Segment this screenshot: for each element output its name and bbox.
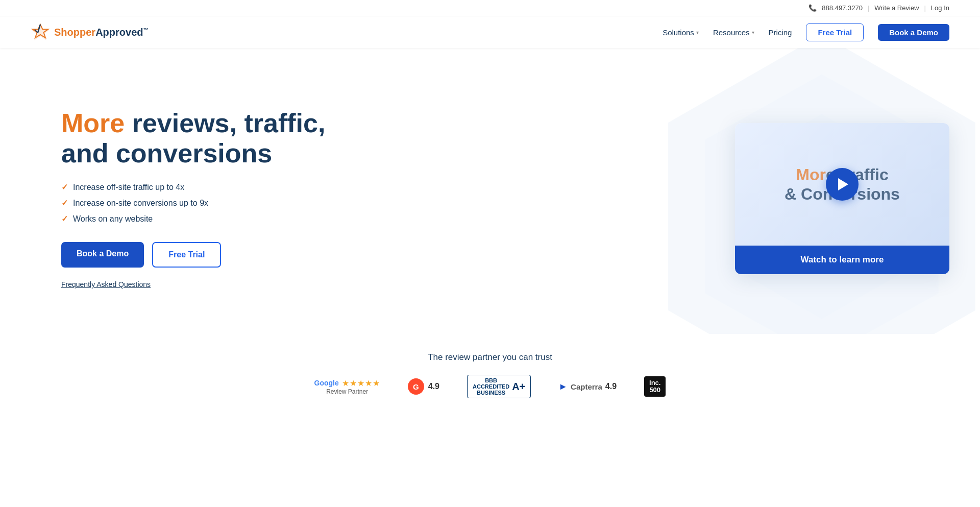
logo[interactable]: ShopperApproved™ [31,22,148,42]
nav-pricing[interactable]: Pricing [769,28,792,37]
watch-more-button[interactable]: Watch to learn more [735,246,949,274]
video-card: More...raffic& Conversions Watch to lear… [735,123,949,274]
hero-left: More reviews, traffic, and conversions ✓… [61,108,327,289]
play-triangle-icon [838,178,848,190]
checklist-item-3: ✓ Works on any website [61,214,327,224]
google-stars: ★★★★★ [342,378,380,388]
hero-checklist: ✓ Increase off-site traffic up to 4x ✓ I… [61,182,327,224]
phone-link[interactable]: 888.497.3270 [822,4,863,12]
g2-logo: G [408,378,424,395]
trust-bar-title: The review partner you can trust [31,352,949,363]
nav-book-demo[interactable]: Book a Demo [878,24,949,41]
resources-chevron: ▾ [752,30,754,35]
write-review-link[interactable]: Write a Review [874,4,919,12]
capterra-label: Capterra [571,382,602,391]
google-logo-text: Google [314,379,339,387]
hero-title: More reviews, traffic, and conversions [61,108,327,168]
bbb-rating: A+ [512,381,525,393]
check-icon-3: ✓ [61,214,68,224]
check-icon-2: ✓ [61,198,68,208]
hero-buttons: Book a Demo Free Trial [61,242,327,268]
login-link[interactable]: Log In [931,4,949,12]
google-trust-item: Google ★★★★★ Review Partner [314,378,380,395]
google-trust-content: Google ★★★★★ Review Partner [314,378,380,395]
hero-book-demo-button[interactable]: Book a Demo [61,242,144,268]
inc500-trust-item: Inc. 500 [644,376,666,397]
nav-solutions[interactable]: Solutions ▾ [663,28,699,37]
hero-free-trial-button[interactable]: Free Trial [152,242,221,268]
bbb-badge: BBBACCREDITEDBUSINESS A+ [467,375,531,398]
video-preview[interactable]: More...raffic& Conversions [735,123,949,246]
hero-right: More...raffic& Conversions Watch to lear… [735,123,949,274]
checklist-item-1: ✓ Increase off-site traffic up to 4x [61,182,327,192]
check-icon-1: ✓ [61,182,68,192]
g2-trust-item: G 4.9 [408,378,439,395]
checklist-item-2: ✓ Increase on-site conversions up to 9x [61,198,327,208]
logo-icon [31,22,50,42]
g2-score: 4.9 [428,382,439,391]
nav-free-trial[interactable]: Free Trial [806,23,864,41]
trust-logos: Google ★★★★★ Review Partner G 4.9 BBBACC… [31,375,949,398]
inc500-logo: Inc. 500 [644,376,666,397]
capterra-arrow-icon: ► [558,381,568,392]
bbb-logo-letters: BBBACCREDITEDBUSINESS [473,377,509,396]
top-bar: 📞 888.497.3270 | Write a Review | Log In [0,0,980,16]
play-button[interactable] [826,168,859,201]
logo-text: ShopperApproved™ [54,27,148,38]
solutions-chevron: ▾ [696,30,699,35]
capterra-score: 4.9 [605,382,617,391]
phone-icon: 📞 [808,4,817,12]
capterra-trust-item: ► Capterra 4.9 [558,381,617,392]
navbar: ShopperApproved™ Solutions ▾ Resources ▾… [0,16,980,48]
separator-1: | [868,4,869,12]
hero-title-highlight: More [61,108,125,138]
faq-link[interactable]: Frequently Asked Questions [61,280,151,288]
separator-2: | [924,4,925,12]
inc-sub: 500 [649,386,660,394]
nav-resources[interactable]: Resources ▾ [713,28,754,37]
bbb-trust-item: BBBACCREDITEDBUSINESS A+ [467,375,531,398]
google-sub-label: Review Partner [314,388,380,395]
hero-section: More reviews, traffic, and conversions ✓… [0,48,980,334]
nav-links: Solutions ▾ Resources ▾ Pricing Free Tri… [663,23,949,41]
inc-label: Inc. [649,379,660,387]
trust-bar: The review partner you can trust Google … [0,334,980,414]
